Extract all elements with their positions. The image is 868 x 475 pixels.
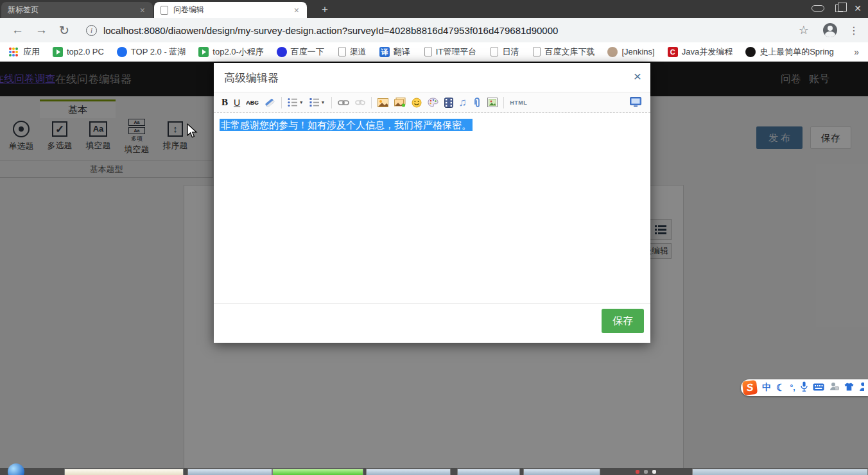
modal-save-button[interactable]: 保存: [602, 309, 644, 333]
bullet-list-button[interactable]: ▼: [288, 98, 304, 107]
forward-icon[interactable]: →: [35, 23, 48, 37]
bookmark-label: IT管理平台: [436, 46, 477, 58]
html-source-button[interactable]: HTML: [510, 99, 527, 106]
bookmark-lanhu[interactable]: TOP 2.0 - 蓝湖: [117, 46, 186, 58]
emoji-icon: [412, 98, 422, 108]
tab-close-icon[interactable]: ×: [293, 5, 300, 15]
editor-content[interactable]: 非常感谢您的参与！如有涉及个人信息，我们将严格保密。: [214, 113, 650, 303]
green-play-icon: [53, 47, 63, 57]
chrome-menu-icon[interactable]: ⋮: [849, 24, 859, 37]
tab-label: 问卷编辑: [173, 4, 204, 15]
windows-taskbar: [0, 468, 868, 475]
link-icon: [338, 99, 349, 107]
insert-video-button[interactable]: [444, 98, 453, 108]
taskbar-tray[interactable]: [692, 469, 868, 475]
bookmark-wenku[interactable]: 百度文库下载: [532, 46, 595, 58]
toolbar-separator: [503, 97, 504, 108]
bookmarks-bar: 应用 top2.0 PC TOP 2.0 - 蓝湖 top2.0-小程序 百度一…: [0, 42, 868, 62]
moon-icon[interactable]: ☾: [776, 382, 785, 393]
page-favicon-icon: [161, 6, 168, 15]
reload-icon[interactable]: ↻: [59, 23, 69, 38]
page-icon: [338, 47, 346, 56]
sogou-input-bar: S 中 ☾ °,: [741, 379, 868, 396]
bookmark-label: 百度一下: [291, 46, 324, 58]
toolbar-separator: [281, 97, 282, 108]
lanhu-icon: [117, 47, 127, 57]
bookmarks-overflow-chevron[interactable]: »: [854, 47, 859, 57]
bookmark-qudao[interactable]: 渠道: [337, 46, 367, 58]
sogou-logo-icon[interactable]: S: [742, 380, 758, 395]
selected-text[interactable]: 非常感谢您的参与！如有涉及个人信息，我们将严格保密。: [220, 119, 473, 131]
bookmark-label: 渠道: [350, 46, 367, 58]
taskbar-window[interactable]: [366, 469, 451, 475]
paperclip-icon: [473, 98, 482, 108]
fullscreen-button[interactable]: [630, 97, 641, 110]
bookmark-apps[interactable]: 应用: [9, 46, 40, 58]
insert-framed-image-button[interactable]: [487, 98, 498, 107]
minimize-icon[interactable]: [812, 5, 824, 12]
site-info-icon[interactable]: i: [86, 25, 97, 36]
unlink-icon: [355, 98, 365, 107]
bookmark-star-icon[interactable]: ☆: [799, 23, 809, 37]
bold-button[interactable]: B: [221, 97, 228, 108]
close-icon[interactable]: ✕: [854, 3, 862, 13]
page-icon: [424, 47, 432, 56]
bookmark-translate[interactable]: 译 翻译: [379, 46, 410, 58]
attach-file-button[interactable]: [473, 98, 482, 108]
new-tab-button[interactable]: +: [317, 3, 333, 16]
toolbar-separator: [371, 97, 372, 108]
tray-icon[interactable]: [652, 470, 656, 474]
taskbar-window[interactable]: [523, 469, 600, 475]
toolbar-separator: [331, 97, 332, 108]
dialog-close-icon[interactable]: ×: [634, 69, 641, 84]
tab-label: 新标签页: [8, 4, 39, 15]
framed-image-icon: [487, 98, 498, 107]
taskbar-window[interactable]: [272, 469, 363, 475]
microphone-icon[interactable]: [801, 381, 808, 394]
bookmark-riqing[interactable]: 日清: [489, 46, 519, 58]
browser-tab-survey-edit[interactable]: 问卷编辑 ×: [154, 2, 307, 18]
insert-images-batch-button[interactable]: [394, 98, 406, 107]
punctuation-icon[interactable]: °,: [790, 383, 795, 392]
bookmark-top2-pc[interactable]: top2.0 PC: [53, 47, 104, 57]
chinese-mode-icon[interactable]: 中: [762, 382, 771, 393]
skin-tshirt-icon[interactable]: [844, 382, 854, 393]
bookmark-baidu[interactable]: 百度一下: [277, 46, 324, 58]
bookmark-label: top2.0 PC: [67, 47, 104, 56]
url-text[interactable]: localhost:8080/diaowen/design/my-survey-…: [103, 25, 558, 36]
remove-format-button[interactable]: [265, 98, 275, 108]
bullet-list-icon: [288, 98, 298, 107]
page-icon: [490, 47, 498, 56]
bookmark-top2-miniapp[interactable]: top2.0-小程序: [198, 46, 263, 58]
bookmark-jenkins[interactable]: [Jenkins]: [607, 47, 654, 57]
tab-close-icon[interactable]: ×: [139, 5, 146, 15]
numbered-list-button[interactable]: ▼: [309, 98, 326, 107]
emoji-button[interactable]: [412, 98, 422, 108]
link-button[interactable]: [338, 99, 349, 107]
underline-button[interactable]: U: [234, 98, 240, 108]
taskbar-window[interactable]: [457, 469, 520, 475]
restore-icon[interactable]: [835, 4, 843, 12]
taskbar-window[interactable]: [187, 469, 272, 475]
dialog-footer: 保存: [214, 303, 650, 343]
jenkins-icon: [607, 47, 618, 57]
more-tool-icon[interactable]: [859, 382, 864, 393]
insert-image-button[interactable]: [378, 98, 388, 107]
screen: 新标签页 × 问卷编辑 × + ✕ ← → ↻ i localhost:8080…: [0, 0, 868, 475]
unlink-button[interactable]: [355, 98, 365, 107]
tray-icon[interactable]: [644, 470, 648, 474]
mouse-cursor: [186, 123, 198, 139]
strikethrough-button[interactable]: ABC: [246, 99, 259, 106]
insert-music-button[interactable]: ♫: [459, 96, 467, 109]
bookmark-spring[interactable]: 史上最简单的Spring: [745, 46, 834, 58]
taskbar-window[interactable]: [64, 469, 184, 475]
keyboard-icon[interactable]: [813, 382, 824, 393]
back-icon[interactable]: ←: [12, 23, 24, 37]
bookmark-it-platform[interactable]: IT管理平台: [423, 46, 477, 58]
tray-icon[interactable]: [636, 470, 639, 474]
profile-avatar[interactable]: [823, 23, 837, 37]
paint-palette-button[interactable]: [428, 98, 438, 107]
bookmark-java-concurrency[interactable]: C Java并发编程: [668, 46, 733, 58]
browser-tab-newtab[interactable]: 新标签页 ×: [1, 2, 153, 18]
user-tool-icon[interactable]: [829, 382, 839, 393]
